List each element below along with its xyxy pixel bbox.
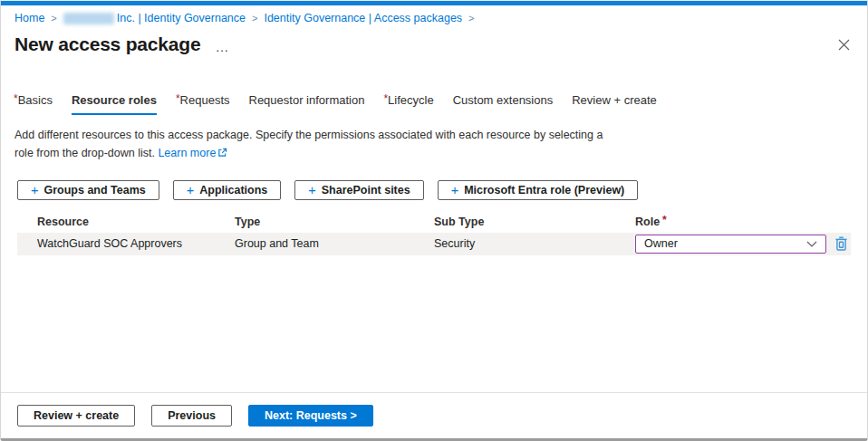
add-entra-role-button[interactable]: +Microsoft Entra role (Preview) — [438, 180, 639, 200]
required-marker: * — [176, 92, 180, 105]
breadcrumb-separator: > — [51, 13, 56, 24]
delete-resource-button[interactable] — [834, 235, 848, 252]
role-selected-value: Owner — [644, 237, 678, 250]
tab-requests[interactable]: *Requests — [176, 93, 230, 115]
review-create-button[interactable]: Review + create — [17, 405, 135, 427]
column-header-role: Role* — [635, 216, 851, 228]
more-options-icon[interactable]: … — [215, 37, 229, 52]
breadcrumb-directory-label: Inc. | Identity Governance — [117, 12, 246, 24]
portal-top-accent-bar — [1, 1, 867, 5]
tab-basics[interactable]: *Basics — [14, 93, 53, 115]
external-link-icon — [217, 148, 227, 158]
breadcrumb-separator: > — [252, 13, 257, 24]
tab-custom-extensions[interactable]: Custom extensions — [453, 93, 554, 115]
tab-label: Custom extensions — [453, 93, 554, 107]
tab-description: Add different resources to this access p… — [14, 127, 608, 162]
button-label: Microsoft Entra role (Preview) — [464, 184, 624, 197]
tab-review-create[interactable]: Review + create — [572, 93, 657, 115]
new-access-package-blade: Home > Inc. | Identity Governance > Iden… — [0, 0, 868, 441]
required-marker: * — [14, 92, 18, 105]
wizard-tabs: *Basics Resource roles *Requests Request… — [14, 93, 867, 115]
breadcrumb-home-link[interactable]: Home — [14, 12, 44, 24]
breadcrumb-access-packages-link[interactable]: Identity Governance | Access packages — [264, 12, 462, 24]
plus-icon: + — [451, 183, 458, 197]
tab-label: Basics — [18, 93, 53, 107]
blade-header: New access package … — [14, 34, 854, 55]
cell-sub-type: Security — [434, 237, 635, 250]
cell-resource: WatchGuard SOC Approvers — [17, 237, 235, 250]
add-groups-and-teams-button[interactable]: +Groups and Teams — [17, 180, 159, 200]
button-label: Applications — [199, 184, 267, 197]
breadcrumb-separator: > — [468, 13, 474, 24]
learn-more-label: Learn more — [158, 147, 216, 159]
chevron-down-icon — [806, 241, 817, 247]
close-icon[interactable] — [834, 37, 854, 53]
required-marker: * — [383, 92, 388, 105]
column-header-type: Type — [235, 216, 434, 228]
tab-label: Lifecycle — [388, 93, 434, 107]
resources-table: Resource Type Sub Type Role* WatchGuard … — [17, 211, 851, 255]
tab-resource-roles[interactable]: Resource roles — [72, 93, 157, 115]
tab-requestor-information[interactable]: Requestor information — [249, 93, 365, 115]
add-applications-button[interactable]: +Applications — [173, 180, 281, 200]
button-label: Groups and Teams — [43, 184, 145, 197]
learn-more-link[interactable]: Learn more — [158, 147, 227, 159]
trash-icon — [834, 235, 848, 252]
column-header-resource: Resource — [17, 216, 235, 228]
tab-label: Review + create — [572, 93, 657, 107]
page-title: New access package — [14, 34, 200, 55]
plus-icon: + — [308, 183, 315, 197]
table-header-row: Resource Type Sub Type Role* — [17, 211, 851, 233]
column-header-sub-type: Sub Type — [434, 216, 635, 228]
add-resource-toolbar: +Groups and Teams +Applications +SharePo… — [17, 180, 867, 200]
wizard-footer: Review + create Previous Next: Requests … — [1, 392, 867, 438]
role-select[interactable]: Owner — [635, 235, 826, 254]
plus-icon: + — [187, 183, 194, 197]
cell-role: Owner — [635, 235, 851, 254]
cell-type: Group and Team — [235, 237, 434, 250]
next-requests-button[interactable]: Next: Requests > — [248, 405, 373, 427]
previous-button[interactable]: Previous — [151, 405, 232, 427]
tab-label: Resource roles — [72, 93, 157, 107]
button-label: SharePoint sites — [322, 184, 410, 197]
breadcrumb-directory-link[interactable]: Inc. | Identity Governance — [63, 12, 246, 24]
required-marker: * — [662, 214, 667, 226]
redacted-tenant-name — [63, 13, 114, 24]
plus-icon: + — [31, 183, 38, 197]
tab-label: Requestor information — [249, 93, 365, 107]
table-row: WatchGuard SOC Approvers Group and Team … — [17, 233, 851, 255]
description-text: Add different resources to this access p… — [14, 129, 603, 158]
add-sharepoint-sites-button[interactable]: +SharePoint sites — [294, 180, 423, 200]
column-header-role-label: Role — [635, 216, 660, 228]
tab-label: Requests — [180, 93, 230, 107]
tab-lifecycle[interactable]: *Lifecycle — [383, 93, 433, 115]
breadcrumb: Home > Inc. | Identity Governance > Iden… — [14, 12, 867, 24]
